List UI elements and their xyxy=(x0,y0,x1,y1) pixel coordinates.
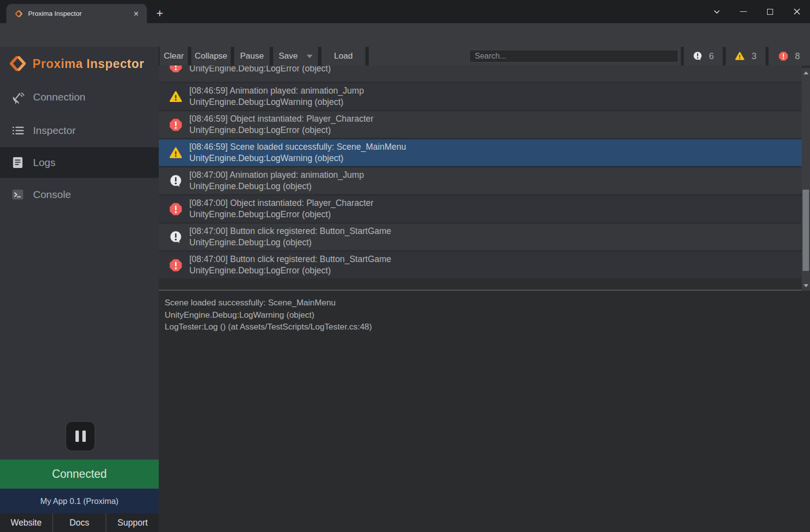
sidebar: Proxima Inspector Connection xyxy=(0,47,159,532)
error-count: 8 xyxy=(795,51,800,62)
log-row[interactable]: [08:46:59] Animation played: animation_J… xyxy=(159,83,802,110)
tab-strip: Proxima Inspector ✕ + xyxy=(0,0,810,23)
website-link[interactable]: Website xyxy=(0,513,53,532)
connection-status-badge: Connected xyxy=(0,460,159,489)
connection-status-label: Connected xyxy=(52,467,106,481)
pause-icon xyxy=(75,431,79,442)
log-level-icon xyxy=(169,231,182,244)
log-message: [08:47:00] Button click registered: Butt… xyxy=(189,226,391,237)
sidebar-item-console[interactable]: Console xyxy=(0,180,159,209)
log-row[interactable]: [08:47:00] Button click registered: Butt… xyxy=(159,224,802,250)
search-input[interactable] xyxy=(469,50,678,63)
log-trace: UnityEngine.Debug:LogWarning (object) xyxy=(189,153,406,164)
sidebar-item-connection[interactable]: Connection xyxy=(0,83,159,111)
terminal-icon xyxy=(11,188,25,201)
window-minimize-button[interactable] xyxy=(730,3,757,21)
log-message: [08:47:00] Animation played: animation_J… xyxy=(189,169,364,181)
log-row[interactable]: UnityEngine.Debug:LogError (object) xyxy=(159,66,802,82)
log-list: UnityEngine.Debug:LogError (object) [08:… xyxy=(159,66,810,291)
logs-page: Clear Collapse Pause Save Load 6 xyxy=(159,47,810,532)
scroll-up-arrow-icon[interactable] xyxy=(802,69,810,77)
log-level-icon xyxy=(169,202,182,216)
log-trace: UnityEngine.Debug:LogError (object) xyxy=(189,66,331,74)
document-lines-icon xyxy=(11,156,25,169)
window-close-button[interactable] xyxy=(783,3,810,21)
log-level-icon xyxy=(169,66,182,73)
log-trace: UnityEngine.Debug:LogError (object) xyxy=(189,209,374,220)
app-info-label: My App 0.1 (Proxima) xyxy=(40,497,119,506)
browser-window: Proxima Inspector ✕ + xyxy=(0,0,810,532)
log-trace: UnityEngine.Debug:Log (object) xyxy=(189,237,391,248)
sidebar-item-label: Connection xyxy=(33,91,85,103)
address-bar: Not secure https://10.0.0.216:7759/logs xyxy=(0,23,810,47)
list-icon xyxy=(11,124,25,137)
log-detail-panel: Scene loaded successfully: Scene_MainMen… xyxy=(159,292,810,333)
log-message: [08:47:00] Object instantiated: Player_C… xyxy=(189,198,374,209)
app-title: Proxima Inspector xyxy=(33,57,144,71)
log-message: [08:46:59] Object instantiated: Player_C… xyxy=(189,113,374,125)
app-info-bar: My App 0.1 (Proxima) xyxy=(0,489,159,513)
log-trace: UnityEngine.Debug:Log (object) xyxy=(189,181,364,192)
pause-stream-button[interactable] xyxy=(66,421,95,451)
log-message: [08:46:59] Scene loaded successfully: Sc… xyxy=(189,141,406,153)
log-trace: UnityEngine.Debug:LogError (object) xyxy=(189,265,391,276)
log-level-icon xyxy=(169,90,182,103)
warning-count-filter[interactable]: 3 xyxy=(726,47,766,66)
collapse-button[interactable]: Collapse xyxy=(191,47,231,66)
log-row-selected[interactable]: [08:46:59] Scene loaded successfully: Sc… xyxy=(159,139,802,166)
sidebar-item-logs[interactable]: Logs xyxy=(0,147,159,178)
save-dropdown-arrow-icon[interactable] xyxy=(307,55,313,58)
load-button[interactable]: Load xyxy=(321,47,365,66)
log-level-icon xyxy=(169,118,182,132)
log-row[interactable]: [08:47:00] Object instantiated: Player_C… xyxy=(159,196,802,222)
support-link[interactable]: Support xyxy=(106,513,159,532)
search-cell xyxy=(369,47,681,66)
window-maximize-button[interactable] xyxy=(757,3,783,21)
pause-icon xyxy=(82,431,86,442)
sidebar-item-label: Inspector xyxy=(33,125,75,136)
log-row[interactable]: [08:47:00] Animation played: animation_J… xyxy=(159,167,802,194)
info-count-filter[interactable]: 6 xyxy=(684,47,723,66)
tab-close-icon[interactable]: ✕ xyxy=(131,9,141,19)
app-logo: Proxima Inspector xyxy=(9,55,144,72)
detail-stack-line: UnityEngine.Debug:LogWarning (object) xyxy=(165,309,810,322)
error-count-filter[interactable]: 8 xyxy=(769,47,810,66)
log-level-icon xyxy=(169,146,182,160)
clear-button[interactable]: Clear xyxy=(160,47,188,66)
log-row[interactable]: [08:47:00] Button click registered: Butt… xyxy=(159,252,802,278)
log-trace: UnityEngine.Debug:LogError (object) xyxy=(189,125,374,136)
docs-link[interactable]: Docs xyxy=(53,513,106,532)
scrollbar[interactable] xyxy=(802,68,810,291)
warning-triangle-icon xyxy=(735,51,745,61)
tab-title: Proxima Inspector xyxy=(28,10,131,17)
proxima-logo-icon xyxy=(9,55,27,72)
detail-stack-line: LogTester:Log () (at Assets/TestScripts/… xyxy=(165,321,810,333)
new-tab-button[interactable]: + xyxy=(152,5,168,21)
info-count: 6 xyxy=(709,51,714,62)
log-message: [08:47:00] Button click registered: Butt… xyxy=(189,254,391,265)
save-label: Save xyxy=(279,51,298,61)
detail-message: Scene loaded successfully: Scene_MainMen… xyxy=(165,297,810,309)
log-trace: UnityEngine.Debug:LogWarning (object) xyxy=(189,97,364,108)
sidebar-item-label: Console xyxy=(33,189,71,200)
info-bubble-icon xyxy=(693,51,703,61)
sidebar-item-inspector[interactable]: Inspector xyxy=(0,116,159,145)
scroll-down-arrow-icon[interactable] xyxy=(802,282,810,290)
tab-search-chevron-icon[interactable] xyxy=(704,3,730,21)
scrollbar-thumb[interactable] xyxy=(803,190,809,271)
browser-tab[interactable]: Proxima Inspector ✕ xyxy=(6,4,147,23)
proxima-favicon xyxy=(14,9,23,18)
sidebar-item-label: Logs xyxy=(33,157,56,168)
pause-button[interactable]: Pause xyxy=(234,47,270,66)
save-button[interactable]: Save xyxy=(273,47,318,66)
footer-links: Website Docs Support xyxy=(0,513,159,532)
log-level-icon xyxy=(169,174,182,188)
log-level-icon xyxy=(169,259,182,272)
error-octagon-icon xyxy=(778,51,788,61)
satellite-dish-icon xyxy=(11,90,25,104)
log-message: [08:46:59] Animation played: animation_J… xyxy=(189,85,364,97)
logs-toolbar: Clear Collapse Pause Save Load 6 xyxy=(159,47,810,66)
warning-count: 3 xyxy=(751,51,756,62)
log-row[interactable]: [08:46:59] Object instantiated: Player_C… xyxy=(159,111,802,138)
